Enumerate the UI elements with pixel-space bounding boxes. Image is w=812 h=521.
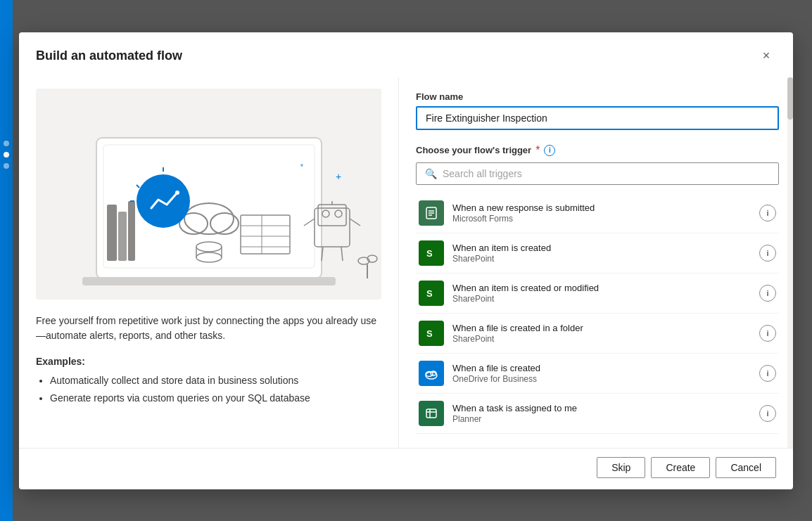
sidebar-strip [0,0,13,521]
trigger-info-button[interactable]: i [759,365,776,382]
example-2: Generate reports via custom queries on y… [50,391,381,406]
trigger-icon: S [419,281,444,306]
trigger-app: Microsoft Forms [452,214,751,224]
dialog-footer: Skip Create Cancel [19,448,793,489]
svg-text:S: S [426,288,433,299]
svg-text:S: S [426,328,433,339]
trigger-info-button[interactable]: i [759,285,776,302]
trigger-app: Planner [452,414,751,424]
trigger-section: Choose your flow's trigger * i 🔍 Search … [416,144,779,434]
scrollbar-track[interactable] [787,77,793,448]
cancel-button[interactable]: Cancel [716,457,776,478]
left-panel: + * Free yourself from repetitive work j… [19,77,399,448]
trigger-item[interactable]: When a file is created OneDrive for Busi… [416,354,779,394]
description-main: Free yourself from repetitive work just … [36,314,381,343]
info-icon[interactable]: i [544,145,555,156]
trigger-name: When a file is created [452,363,751,373]
trigger-icon [419,200,444,226]
description: Free yourself from repetitive work just … [36,314,381,409]
svg-rect-5 [128,201,135,261]
trigger-app: SharePoint [452,254,751,264]
sidebar-dot-active [4,152,9,157]
svg-point-32 [137,174,190,228]
examples-label: Examples: [36,354,381,369]
trigger-name: When an item is created or modified [452,283,751,293]
trigger-icon: S [419,240,444,266]
flow-name-input[interactable] [416,106,779,130]
right-content: Flow name Choose your flow's trigger * i… [399,77,793,448]
trigger-text: When an item is created or modified Shar… [452,283,751,304]
trigger-name: When a task is assigned to me [452,403,751,413]
dialog-body: + * Free yourself from repetitive work j… [19,77,793,448]
skip-button[interactable]: Skip [597,457,645,478]
svg-rect-47 [426,409,436,418]
build-automated-flow-dialog: Build an automated flow × [19,32,793,489]
triggers-list: When a new response is submitted Microso… [416,193,779,434]
example-1: Automatically collect and store data in … [50,373,381,388]
illustration-svg: + * [40,96,378,292]
sidebar-dot [4,141,9,146]
trigger-label-row: Choose your flow's trigger * i [416,144,779,157]
trigger-icon [419,361,444,386]
create-button[interactable]: Create [651,457,710,478]
svg-text:*: * [300,163,303,171]
svg-text:S: S [426,248,433,259]
svg-point-33 [175,191,179,195]
trigger-app: OneDrive for Business [452,374,751,384]
trigger-text: When a file is created OneDrive for Busi… [452,363,751,384]
required-star: * [535,144,540,157]
svg-point-20 [322,210,329,217]
svg-line-26 [341,247,343,261]
svg-rect-4 [118,212,127,261]
trigger-app: SharePoint [452,334,751,344]
dialog-header: Build an automated flow × [19,32,793,77]
trigger-item[interactable]: When a new response is submitted Microso… [416,193,779,233]
svg-text:+: + [336,171,341,182]
svg-rect-2 [82,277,336,285]
trigger-item[interactable]: S When an item is created or modified Sh… [416,274,779,314]
svg-rect-3 [107,205,117,261]
trigger-item[interactable]: When a task is assigned to me Planner i [416,394,779,434]
trigger-text: When a file is created in a folder Share… [452,323,751,344]
trigger-info-button[interactable]: i [759,405,776,422]
scrollbar-thumb[interactable] [787,77,793,120]
svg-line-24 [350,219,360,226]
trigger-name: When a new response is submitted [452,202,751,213]
trigger-label: Choose your flow's trigger [416,145,531,155]
trigger-info-button[interactable]: i [759,245,776,262]
svg-point-21 [335,210,342,217]
close-button[interactable]: × [756,46,776,66]
trigger-info-button[interactable]: i [759,325,776,342]
search-placeholder: Search all triggers [443,168,522,179]
right-panel: Flow name Choose your flow's trigger * i… [399,77,793,448]
trigger-icon [419,401,444,426]
trigger-item[interactable]: S When an item is created SharePoint i [416,233,779,274]
trigger-text: When a new response is submitted Microso… [452,202,751,224]
trigger-app: SharePoint [452,294,751,304]
sidebar-dot-2 [4,163,9,169]
search-box[interactable]: 🔍 Search all triggers [416,162,779,185]
flow-name-section: Flow name [416,91,779,130]
dialog-overlay: Build an automated flow × [0,0,812,521]
trigger-name: When a file is created in a folder [452,323,751,333]
dialog-title: Build an automated flow [36,49,182,63]
search-icon: 🔍 [425,168,437,179]
trigger-info-button[interactable]: i [759,205,776,221]
trigger-item[interactable]: S When a file is created in a folder Sha… [416,314,779,354]
examples-list: Automatically collect and store data in … [36,373,381,406]
trigger-icon: S [419,321,444,346]
trigger-text: When a task is assigned to me Planner [452,403,751,424]
flow-name-label: Flow name [416,91,779,102]
illustration: + * [36,89,381,300]
trigger-text: When an item is created SharePoint [452,243,751,264]
trigger-name: When an item is created [452,243,751,253]
